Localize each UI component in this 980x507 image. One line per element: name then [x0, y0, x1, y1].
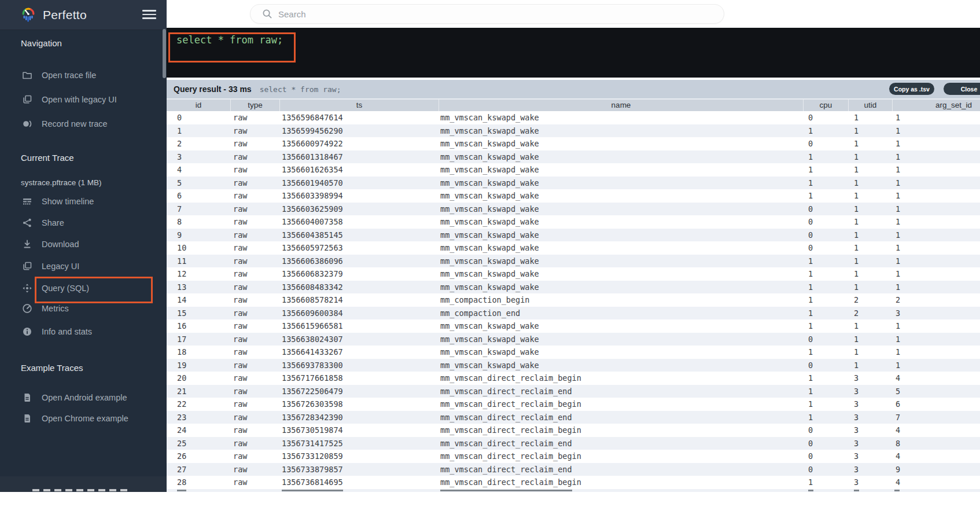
table-row: 3raw1356601318467mm_vmscan_kswapd_wake11… [167, 150, 980, 164]
close-button[interactable]: Close [944, 83, 980, 95]
folder-icon [22, 70, 32, 80]
sidebar-item-open-chrome-example[interactable]: Open Chrome example [0, 412, 167, 425]
cell-name: mm_vmscan_direct_reclaim_begin [439, 398, 803, 411]
sidebar-item-open-trace-file[interactable]: Open trace file [0, 68, 167, 82]
cell-id: 4 [167, 163, 230, 177]
cell-type: raw [230, 333, 279, 346]
sidebar-item-info-and-stats[interactable]: Info and stats [0, 325, 167, 339]
topbar [167, 0, 980, 28]
query-result-echo: select * from raw; [260, 85, 341, 94]
menu-hamburger-icon[interactable] [142, 8, 156, 21]
cell-ts: 1356726303598 [279, 398, 439, 411]
table-row: 6raw1356603398994mm_vmscan_kswapd_wake11… [167, 189, 980, 203]
cell-arg_set_id: 6 [892, 398, 980, 411]
sidebar-item-metrics[interactable]: Metrics [0, 302, 167, 315]
cell-arg_set_id: 1 [892, 346, 980, 359]
sidebar-item-open-android-example[interactable]: Open Android example [0, 391, 167, 405]
cell-cpu: 0 [803, 229, 848, 242]
cell-ts: 1356728342390 [279, 411, 439, 424]
cell-ts: 1356604385145 [279, 229, 439, 242]
cell-cpu: 1 [803, 267, 848, 281]
table-row: 1raw1356599456290mm_vmscan_kswapd_wake11… [167, 124, 980, 138]
cell-utid: 3 [848, 476, 892, 489]
download-icon [22, 239, 32, 249]
cell-ts: 1356722506479 [279, 385, 439, 398]
cell-utid: 3 [848, 424, 892, 437]
cell-cpu: 1 [803, 293, 848, 307]
cell-ts: 1356600974922 [279, 137, 439, 150]
cell-type: raw [230, 319, 279, 333]
cell-arg_set_id: 1 [892, 163, 980, 177]
cell-name: mm_vmscan_kswapd_wake [439, 229, 803, 242]
cell-type: raw [230, 385, 279, 398]
cell-ts: 1356606832379 [279, 267, 439, 281]
sidebar-item-share[interactable]: Share [0, 216, 167, 230]
sidebar-scrollbar[interactable] [163, 29, 166, 78]
table-row: 12raw1356606832379mm_vmscan_kswapd_wake1… [167, 267, 980, 281]
cell-type: raw [230, 359, 279, 372]
gauge-icon [22, 303, 32, 314]
cell-arg_set_id: 9 [892, 463, 980, 476]
clipped-table-row [167, 489, 980, 493]
cell-ts: 1356609600384 [279, 307, 439, 320]
cell-ts: 1356601940570 [279, 177, 439, 190]
cell-type: raw [230, 177, 279, 190]
sidebar-item-show-timeline[interactable]: Show timeline [0, 194, 167, 208]
omnibox-search[interactable] [250, 4, 724, 24]
cell-arg_set_id: 7 [892, 411, 980, 424]
cell-id: 17 [167, 333, 230, 346]
cell-name: mm_vmscan_kswapd_wake [439, 333, 803, 346]
cell-ts: 1356733879857 [279, 463, 439, 476]
column-header-utid: utid [848, 100, 892, 111]
cell-ts: 1356604007358 [279, 215, 439, 229]
move-control-icon [22, 283, 32, 293]
cell-ts: 1356615966581 [279, 319, 439, 333]
cell-arg_set_id: 5 [892, 385, 980, 398]
cell-name: mm_vmscan_kswapd_wake [439, 359, 803, 372]
cell-name: mm_vmscan_kswapd_wake [439, 124, 803, 138]
cell-ts: 1356733120859 [279, 450, 439, 463]
table-row: 26raw1356733120859mm_vmscan_direct_recla… [167, 450, 980, 463]
cell-name: mm_vmscan_direct_reclaim_begin [439, 424, 803, 437]
cell-cpu: 0 [803, 215, 848, 229]
cell-arg_set_id: 4 [892, 372, 980, 385]
cell-type: raw [230, 241, 279, 255]
example-traces-heading: Example Traces [21, 363, 83, 373]
cell-name: mm_vmscan_kswapd_wake [439, 319, 803, 333]
table-row: 7raw1356603625909mm_vmscan_kswapd_wake01… [167, 203, 980, 216]
sidebar-item-record-new-trace[interactable]: Record new trace [0, 117, 167, 131]
cell-cpu: 0 [803, 111, 848, 124]
cell-utid: 1 [848, 163, 892, 177]
search-input[interactable] [277, 9, 724, 20]
cell-id: 12 [167, 267, 230, 281]
sidebar-item-open-legacy-ui[interactable]: Open with legacy UI [0, 93, 167, 106]
cell-utid: 1 [848, 255, 892, 268]
sql-query-editor[interactable]: select * from raw; [167, 28, 980, 78]
nav-section-heading: Navigation [21, 38, 62, 48]
cell-type: raw [230, 203, 279, 216]
cell-utid: 1 [848, 359, 892, 372]
cell-name: mm_vmscan_kswapd_wake [439, 163, 803, 177]
cell-name: mm_vmscan_direct_reclaim_begin [439, 372, 803, 385]
copy-as-tsv-button[interactable]: Copy as .tsv [889, 83, 934, 95]
cell-utid: 1 [848, 319, 892, 333]
cell-utid: 3 [848, 385, 892, 398]
query-results-table[interactable]: 0raw1356596847614mm_vmscan_kswapd_wake01… [167, 111, 980, 492]
cell-id: 2 [167, 137, 230, 150]
cell-arg_set_id: 1 [892, 150, 980, 164]
perfetto-logo-link[interactable]: Perfetto [20, 6, 87, 24]
sidebar-item-legacy-ui[interactable]: Legacy UI [0, 259, 167, 273]
table-row: 14raw1356608578214mm_compaction_begin122 [167, 293, 980, 307]
table-row: 15raw1356609600384mm_compaction_end123 [167, 307, 980, 320]
sidebar-item-query-sql[interactable]: Query (SQL) [0, 281, 167, 295]
table-row: 8raw1356604007358mm_vmscan_kswapd_wake01… [167, 215, 980, 229]
cell-name: mm_vmscan_kswapd_wake [439, 111, 803, 124]
sidebar-item-download[interactable]: Download [0, 237, 167, 251]
cell-utid: 1 [848, 346, 892, 359]
cell-type: raw [230, 150, 279, 164]
cell-arg_set_id: 4 [892, 476, 980, 489]
table-row: 20raw1356717661858mm_vmscan_direct_recla… [167, 372, 980, 385]
cell-id: 8 [167, 215, 230, 229]
cell-id: 3 [167, 150, 230, 164]
cell-arg_set_id: 1 [892, 229, 980, 242]
